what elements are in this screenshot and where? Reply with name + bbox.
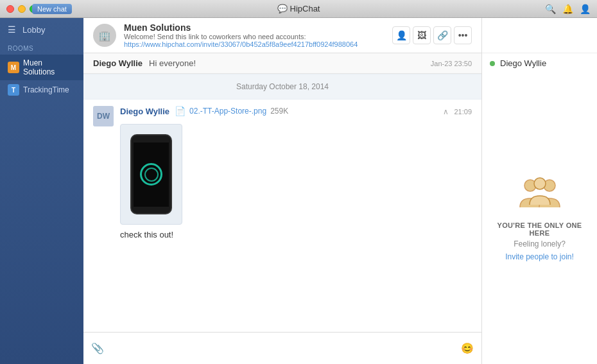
message-avatar: DW <box>93 106 114 126</box>
lonely-subtitle: Feeling lonely? <box>514 239 566 248</box>
new-chat-button[interactable]: New chat <box>32 4 72 14</box>
online-status-dot <box>490 61 495 66</box>
file-name[interactable]: 02.-TT-App-Store-.png <box>189 107 266 116</box>
room-avatar: 🏢 <box>93 24 116 47</box>
phone-circle-inner <box>144 168 159 182</box>
search-icon[interactable]: 🔍 <box>545 4 556 14</box>
app-title: 💬 HipChat <box>277 4 320 13</box>
svg-point-2 <box>534 178 546 189</box>
chat-header-actions: 👤 🖼 🔗 ••• <box>392 26 472 44</box>
message-text: check this out! <box>120 230 472 239</box>
message-time: 21:09 <box>454 108 472 116</box>
image-button[interactable]: 🖼 <box>413 26 431 44</box>
sidebar-item-muen-solutions[interactable]: M Muen Solutions <box>0 55 83 80</box>
chat-messages[interactable]: Diego Wyllie Hi everyone! Jan-23 23:50 S… <box>83 53 481 332</box>
lonely-section: YOU'RE THE ONLY ONE HERE Feeling lonely?… <box>482 73 597 364</box>
chat-input-area: 📎 😊 <box>83 332 481 364</box>
minimize-button[interactable] <box>18 5 26 13</box>
phone-mockup <box>130 134 172 214</box>
chat-header: 🏢 Muen Solutions Welcome! Send this link… <box>83 18 481 53</box>
muen-room-label: Muen Solutions <box>23 58 76 76</box>
members-button[interactable]: 👤 <box>392 26 410 44</box>
hipchat-icon: 💬 <box>277 4 288 13</box>
desc-prefix: Welcome! Send this link to coworkers who… <box>124 33 306 40</box>
tracking-room-icon: T <box>8 84 19 96</box>
content-area: 🏢 Muen Solutions Welcome! Send this link… <box>83 18 481 364</box>
message-content: Diego Wyllie 📄 02.-TT-App-Store-.png 259… <box>120 106 472 239</box>
chat-room-description: Welcome! Send this link to coworkers who… <box>124 33 385 48</box>
file-icon: 📄 <box>175 106 186 116</box>
titlebar-actions: 🔍 🔔 👤 <box>545 4 591 14</box>
phone-screen <box>134 143 169 207</box>
message-header: Diego Wyllie 📄 02.-TT-App-Store-.png 259… <box>120 106 472 121</box>
lonely-title: YOU'RE THE ONLY ONE HERE <box>495 221 584 237</box>
rooms-section-label: ROOMS <box>0 41 83 55</box>
message-sender: Diego Wyllie <box>120 107 169 116</box>
more-button[interactable]: ••• <box>454 26 472 44</box>
muen-room-icon: M <box>8 62 19 73</box>
member-name: Diego Wyllie <box>500 58 546 68</box>
hamburger-icon: ☰ <box>8 24 16 35</box>
image-preview <box>120 124 182 225</box>
sidebar: ☰ Lobby ROOMS M Muen Solutions T Trackin… <box>0 18 83 364</box>
link-button[interactable]: 🔗 <box>433 26 451 44</box>
latest-message-sender: Diego Wyllie <box>93 58 143 68</box>
date-separator-label: Saturday October 18, 2014 <box>236 82 329 91</box>
file-size: 259K <box>270 107 288 116</box>
app-title-text: HipChat <box>290 4 320 13</box>
app-layout: ☰ Lobby ROOMS M Muen Solutions T Trackin… <box>0 18 597 364</box>
latest-message-bar: Diego Wyllie Hi everyone! Jan-23 23:50 <box>83 53 481 74</box>
phone-circle <box>140 163 162 186</box>
tracking-room-label: TrackingTime <box>23 85 69 94</box>
collapse-button[interactable]: ∧ <box>443 107 449 116</box>
attach-button[interactable]: 📎 <box>91 342 104 354</box>
right-panel: Diego Wyllie YOU'RE THE ONLY ONE HERE F <box>481 18 597 364</box>
chat-room-name: Muen Solutions <box>124 22 385 33</box>
message-group: DW Diego Wyllie 📄 02.-TT-App-Store-.png … <box>83 100 481 246</box>
emoji-button[interactable]: 😊 <box>461 342 474 354</box>
date-separator: Saturday October 18, 2014 <box>83 74 481 100</box>
latest-message-text: Hi everyone! <box>149 58 424 68</box>
file-attachment: 📄 02.-TT-App-Store-.png 259K <box>175 106 288 116</box>
chat-header-info: Muen Solutions Welcome! Send this link t… <box>124 22 385 48</box>
bell-icon[interactable]: 🔔 <box>562 4 573 14</box>
close-button[interactable] <box>6 5 14 13</box>
people-icon <box>517 177 562 214</box>
member-item: Diego Wyllie <box>482 53 597 73</box>
sidebar-item-lobby[interactable]: ☰ Lobby <box>0 18 83 41</box>
right-panel-header <box>482 18 597 53</box>
invite-people-link[interactable]: Invite people to join! <box>505 252 574 261</box>
lobby-label: Lobby <box>22 25 45 35</box>
avatar-icon[interactable]: 👤 <box>580 4 591 14</box>
sidebar-item-tracking-time[interactable]: T TrackingTime <box>0 80 83 100</box>
chat-input[interactable] <box>109 343 456 353</box>
invite-link[interactable]: https://www.hipchat.com/invite/33067/0b4… <box>124 40 358 48</box>
latest-message-time: Jan-23 23:50 <box>431 60 472 67</box>
titlebar: New chat 💬 HipChat 🔍 🔔 👤 <box>0 0 597 18</box>
